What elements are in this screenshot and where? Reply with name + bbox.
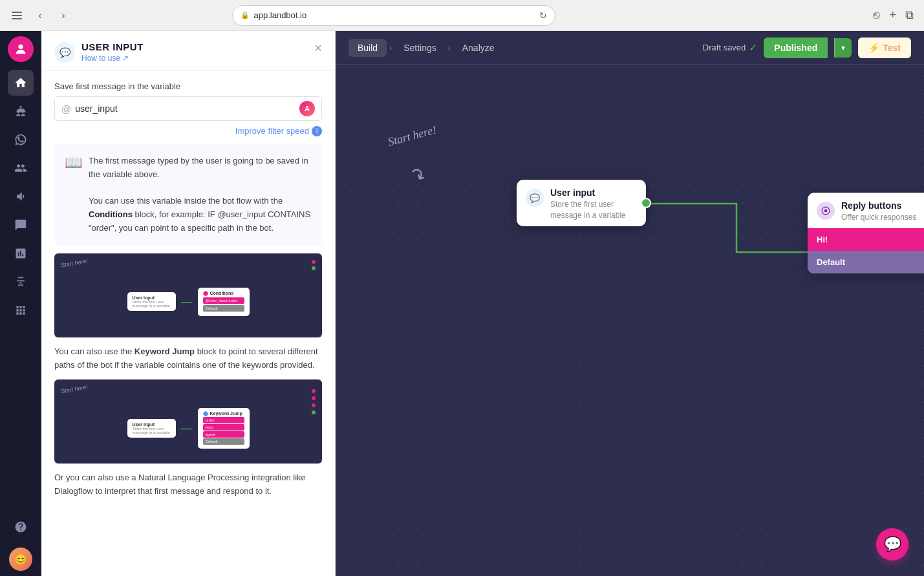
reply-node-header: Reply buttons Offer quick responses bbox=[808, 193, 924, 228]
tab-settings[interactable]: Settings bbox=[394, 39, 446, 57]
canvas-content: Start here! ↷ 💬 User input Store the fir… bbox=[336, 65, 924, 576]
reply-icon bbox=[817, 202, 835, 220]
reply-node-text: Reply buttons Offer quick responses bbox=[841, 200, 917, 223]
node-text: User input Store the first user message … bbox=[550, 187, 637, 221]
keyword-jump-example-image: Start here! User Input Store the first u… bbox=[54, 379, 322, 464]
new-tab-button[interactable]: + bbox=[886, 6, 899, 25]
node-desc: Store the first user message in a variab… bbox=[550, 199, 637, 221]
sidebar-item-team[interactable] bbox=[8, 155, 34, 181]
sidebar-avatar[interactable]: 😊 bbox=[9, 548, 32, 571]
info-text-2: You can use this variable inside the bot… bbox=[89, 195, 312, 235]
improve-filter-link[interactable]: Improve filter speed i bbox=[235, 126, 322, 136]
info-text-1: The first message typed by the user is g… bbox=[89, 155, 312, 182]
external-link-icon: ↗ bbox=[122, 54, 129, 63]
panel-title: USER INPUT bbox=[81, 41, 144, 52]
book-icon: 📖 bbox=[65, 155, 82, 235]
nav-right: Draft saved ✓ Published ▾ ⚡ Test bbox=[703, 37, 911, 58]
flow-connector-svg bbox=[336, 65, 924, 576]
test-icon: ⚡ bbox=[868, 43, 879, 53]
reply-option-hi-label: Hi! bbox=[817, 235, 828, 244]
sidebar-item-help[interactable] bbox=[8, 514, 34, 540]
sidebar-item-home[interactable] bbox=[8, 70, 34, 96]
panel-body: Save first message in the variable @ A I… bbox=[41, 71, 335, 576]
at-sign: @ bbox=[61, 103, 71, 114]
reload-icon[interactable]: ↻ bbox=[539, 10, 547, 21]
tab-analyze[interactable]: Analyze bbox=[453, 39, 504, 57]
tab-overview-button[interactable]: ⧉ bbox=[903, 6, 916, 25]
info-icon: i bbox=[312, 126, 322, 136]
panel-close-button[interactable]: × bbox=[314, 41, 322, 54]
app-container: 😊 💬 USER INPUT How to use ↗ × Save first… bbox=[0, 31, 924, 576]
improve-filter-container: Improve filter speed i bbox=[54, 125, 322, 136]
browser-back-button[interactable]: ‹ bbox=[31, 6, 49, 25]
improve-filter-label: Improve filter speed bbox=[235, 126, 309, 136]
panel-icon: 💬 bbox=[54, 42, 75, 63]
save-variable-label: Save first message in the variable bbox=[54, 81, 322, 91]
sidebar-item-chat[interactable] bbox=[8, 212, 34, 238]
panel-title-group: USER INPUT How to use ↗ bbox=[81, 41, 144, 63]
sidebar-item-analytics[interactable] bbox=[8, 240, 34, 266]
variable-input-container: @ A bbox=[54, 96, 322, 121]
info-panel: 📖 The first message typed by the user is… bbox=[54, 144, 322, 246]
sidebar-item-whatsapp[interactable] bbox=[8, 127, 34, 153]
chat-bubble-icon: 💬 bbox=[526, 189, 544, 207]
sidebar-item-integrations[interactable] bbox=[8, 269, 34, 295]
reply-node-title: Reply buttons bbox=[841, 200, 917, 211]
reply-option-default[interactable]: Default bbox=[808, 251, 924, 273]
node-header: 💬 User input Store the first user messag… bbox=[517, 180, 646, 226]
conditions-example-image: Start here! User input Store the first u… bbox=[54, 253, 322, 337]
node-title: User input bbox=[550, 187, 637, 198]
panel: 💬 USER INPUT How to use ↗ × Save first m… bbox=[41, 31, 336, 576]
test-label: Test bbox=[883, 43, 901, 53]
sidebar-item-bots[interactable] bbox=[8, 98, 34, 124]
share-button[interactable]: ⎋ bbox=[870, 6, 883, 25]
user-input-node[interactable]: 💬 User input Store the first user messag… bbox=[517, 180, 646, 226]
how-to-use-link[interactable]: How to use ↗ bbox=[81, 54, 144, 63]
main-canvas[interactable]: Build › Settings › Analyze Draft saved ✓… bbox=[336, 31, 924, 576]
browser-forward-button[interactable]: › bbox=[54, 6, 72, 25]
top-nav: Build › Settings › Analyze Draft saved ✓… bbox=[336, 31, 924, 65]
node-right-connector[interactable] bbox=[641, 198, 651, 208]
sidebar-item-grid[interactable] bbox=[8, 297, 34, 323]
tab-build[interactable]: Build bbox=[349, 39, 387, 57]
sidebar-item-broadcast[interactable] bbox=[8, 184, 34, 209]
browser-actions: ⎋ + ⧉ bbox=[870, 6, 916, 25]
svg-rect-1 bbox=[12, 15, 22, 16]
svg-point-5 bbox=[824, 209, 828, 213]
published-dropdown-button[interactable]: ▾ bbox=[834, 38, 852, 58]
lock-icon: 🔒 bbox=[241, 11, 250, 19]
reply-option-default-label: Default bbox=[817, 257, 845, 267]
variable-avatar: A bbox=[299, 101, 315, 116]
panel-header: 💬 USER INPUT How to use ↗ × bbox=[41, 31, 335, 71]
info-panel-text: The first message typed by the user is g… bbox=[89, 155, 312, 235]
info-text-3: You can also use the Keyword Jump block … bbox=[54, 345, 322, 372]
svg-rect-2 bbox=[12, 18, 22, 19]
chat-fab[interactable]: 💬 bbox=[876, 528, 908, 560]
sidebar-logo[interactable] bbox=[8, 36, 34, 62]
draft-saved-label: Draft saved bbox=[703, 43, 746, 52]
reply-option-hi[interactable]: Hi! bbox=[808, 228, 924, 251]
test-button[interactable]: ⚡ Test bbox=[858, 37, 911, 58]
sidebar-bottom: 😊 bbox=[8, 514, 34, 571]
nav-chevron-2: › bbox=[446, 43, 453, 52]
draft-saved: Draft saved ✓ bbox=[703, 41, 757, 54]
reply-buttons-node[interactable]: Reply buttons Offer quick responses Hi! … bbox=[808, 193, 924, 273]
info-text-4: Or you can also use a Natural Language P… bbox=[54, 471, 322, 498]
browser-chrome: ‹ › 🔒 app.landbot.io ↻ ⎋ + ⧉ bbox=[0, 0, 924, 31]
variable-name-input[interactable] bbox=[75, 103, 295, 114]
nav-chevron-1: › bbox=[387, 43, 394, 52]
start-arrow: ↷ bbox=[405, 162, 429, 188]
panel-header-left: 💬 USER INPUT How to use ↗ bbox=[54, 41, 144, 63]
svg-point-3 bbox=[18, 45, 23, 49]
url-bar[interactable]: 🔒 app.landbot.io ↻ bbox=[232, 5, 555, 26]
browser-sidebar-button[interactable] bbox=[8, 6, 26, 25]
svg-rect-0 bbox=[12, 12, 22, 13]
check-icon: ✓ bbox=[749, 41, 757, 54]
reply-node-desc: Offer quick responses bbox=[841, 212, 917, 223]
start-here-label: Start here! bbox=[387, 123, 438, 149]
left-sidebar: 😊 bbox=[0, 31, 41, 576]
url-text: app.landbot.io bbox=[253, 10, 306, 20]
published-button[interactable]: Published bbox=[764, 37, 828, 58]
